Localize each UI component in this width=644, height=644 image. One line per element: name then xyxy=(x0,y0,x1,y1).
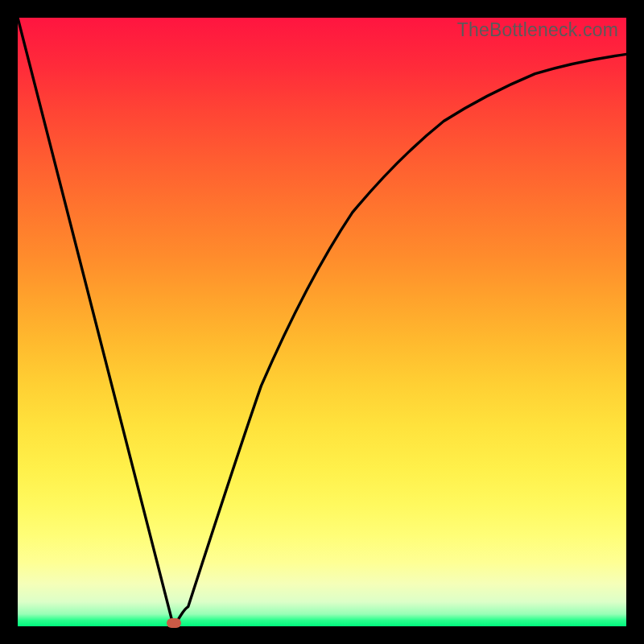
curve-right-branch xyxy=(174,54,627,626)
plot-area: TheBottleneck.com xyxy=(18,18,626,626)
frame: TheBottleneck.com xyxy=(0,0,644,644)
optimum-marker xyxy=(167,618,181,628)
bottleneck-curve xyxy=(18,18,626,626)
curve-left-branch xyxy=(18,18,174,626)
